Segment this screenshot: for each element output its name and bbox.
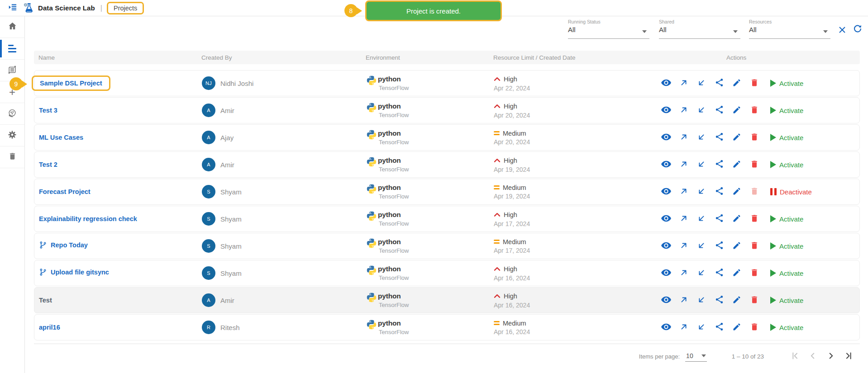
delete-button[interactable] [749, 213, 760, 224]
import-button[interactable] [696, 268, 707, 279]
edit-button[interactable] [731, 213, 742, 224]
open-external-button[interactable] [678, 322, 689, 333]
edit-button[interactable] [731, 268, 742, 279]
first-page-button[interactable] [786, 350, 804, 363]
breadcrumb-projects[interactable]: Projects [107, 2, 144, 14]
share-button[interactable] [714, 322, 725, 333]
delete-button[interactable] [749, 132, 760, 143]
resources-filter[interactable]: Resources All [749, 19, 830, 39]
import-button[interactable] [696, 295, 707, 306]
project-name-link[interactable]: Sample DSL Project [40, 80, 102, 87]
project-name-link[interactable]: Test [39, 297, 52, 304]
activate-button[interactable]: Activate [770, 324, 803, 331]
import-button[interactable] [696, 78, 707, 89]
edit-button[interactable] [731, 322, 742, 333]
view-button[interactable] [661, 322, 672, 333]
activate-button[interactable]: Activate [770, 269, 803, 277]
open-external-button[interactable] [678, 159, 689, 170]
view-button[interactable] [661, 268, 672, 279]
share-button[interactable] [714, 213, 725, 224]
share-button[interactable] [714, 268, 725, 279]
share-button[interactable] [714, 78, 725, 89]
sidebar-item-trash[interactable] [0, 146, 24, 168]
edit-button[interactable] [731, 159, 742, 170]
open-external-button[interactable] [678, 241, 689, 251]
view-button[interactable] [661, 241, 672, 251]
import-button[interactable] [696, 213, 707, 224]
delete-button[interactable] [749, 241, 760, 251]
activate-button[interactable]: Activate [770, 215, 803, 223]
import-button[interactable] [696, 105, 707, 116]
sidebar-item-experiments[interactable] [0, 103, 24, 125]
delete-button[interactable] [749, 268, 760, 279]
open-external-button[interactable] [678, 268, 689, 279]
share-button[interactable] [714, 132, 725, 143]
pencil-icon [732, 187, 741, 197]
project-name-link[interactable]: Test 2 [39, 161, 57, 168]
table-row: Repo Today S Shyam python TensorFlow [34, 233, 860, 259]
delete-button[interactable] [749, 186, 760, 197]
open-external-button[interactable] [678, 295, 689, 306]
delete-button[interactable] [749, 295, 760, 306]
delete-button[interactable] [749, 105, 760, 116]
import-button[interactable] [696, 186, 707, 197]
sidebar-item-projects-list[interactable] [0, 38, 24, 60]
import-button[interactable] [696, 322, 707, 333]
items-per-page-select[interactable]: 10 [685, 351, 707, 362]
activate-button[interactable]: Activate [770, 134, 803, 142]
sidebar-item-home[interactable] [0, 16, 24, 38]
import-button[interactable] [696, 159, 707, 170]
delete-button[interactable] [749, 159, 760, 170]
view-button[interactable] [661, 105, 672, 116]
project-name-link[interactable]: Explainability regression check [39, 215, 137, 222]
view-button[interactable] [661, 186, 672, 197]
delete-button[interactable] [749, 78, 760, 89]
share-button[interactable] [714, 295, 725, 306]
open-external-button[interactable] [678, 78, 689, 89]
share-button[interactable] [714, 186, 725, 197]
share-button[interactable] [714, 105, 725, 116]
edit-button[interactable] [731, 186, 742, 197]
open-external-button[interactable] [678, 105, 689, 116]
refresh-button[interactable] [852, 24, 863, 35]
running-status-filter[interactable]: Running Status All [568, 19, 649, 39]
share-button[interactable] [714, 241, 725, 251]
sidebar-toggle-button[interactable] [7, 3, 18, 14]
activate-button[interactable]: Activate [770, 107, 803, 114]
edit-button[interactable] [731, 295, 742, 306]
project-name-link[interactable]: ML Use Cases [39, 134, 83, 141]
clear-filters-button[interactable] [836, 24, 848, 36]
activate-button[interactable]: Activate [770, 80, 803, 87]
view-button[interactable] [661, 213, 672, 224]
open-external-button[interactable] [678, 132, 689, 143]
framework-label: TensorFlow [379, 139, 409, 146]
project-name-link[interactable]: Repo Today [51, 241, 88, 249]
view-button[interactable] [661, 295, 672, 306]
activate-button[interactable]: Activate [770, 242, 803, 250]
edit-button[interactable] [731, 241, 742, 251]
shared-filter[interactable]: Shared All [659, 19, 740, 39]
sidebar-item-settings[interactable] [0, 125, 24, 146]
project-name-link[interactable]: Test 3 [39, 107, 57, 114]
activate-button[interactable]: Activate [770, 297, 803, 304]
next-page-button[interactable] [822, 350, 840, 363]
open-external-button[interactable] [678, 186, 689, 197]
edit-button[interactable] [731, 105, 742, 116]
last-page-button[interactable] [840, 350, 858, 363]
view-button[interactable] [661, 132, 672, 143]
delete-button[interactable] [749, 322, 760, 333]
previous-page-button[interactable] [804, 350, 822, 363]
project-name-link[interactable]: Upload file gitsync [51, 269, 109, 276]
view-button[interactable] [661, 159, 672, 170]
view-button[interactable] [661, 78, 672, 89]
import-button[interactable] [696, 241, 707, 251]
import-button[interactable] [696, 132, 707, 143]
share-button[interactable] [714, 159, 725, 170]
activate-button[interactable]: Activate [770, 161, 803, 169]
edit-button[interactable] [731, 78, 742, 89]
deactivate-button[interactable]: Deactivate [770, 188, 812, 196]
edit-button[interactable] [731, 132, 742, 143]
project-name-link[interactable]: Forecast Project [39, 188, 91, 195]
open-external-button[interactable] [678, 213, 689, 224]
project-name-link[interactable]: april16 [39, 324, 60, 331]
